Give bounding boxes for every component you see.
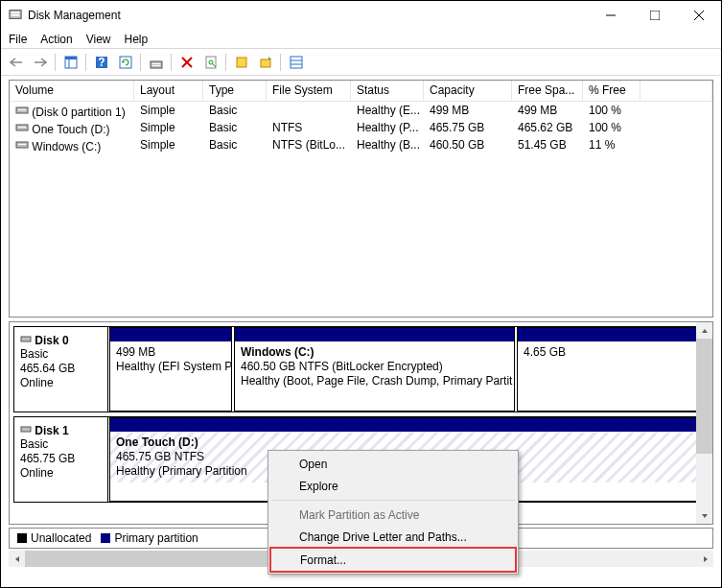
scroll-left-button[interactable] [9, 551, 25, 567]
svg-rect-23 [291, 57, 302, 68]
disk-icon [20, 424, 32, 437]
vertical-scrollbar[interactable] [696, 322, 712, 524]
partition-title: One Touch (D:) [116, 435, 198, 449]
svg-rect-14 [152, 63, 160, 64]
svg-rect-8 [65, 57, 77, 59]
svg-rect-4 [650, 11, 660, 20]
partition-header [110, 328, 231, 341]
scroll-right-button[interactable] [697, 551, 713, 567]
disk-icon [20, 334, 32, 347]
window-title: Disk Management [28, 9, 121, 22]
scroll-track[interactable] [696, 339, 712, 507]
volume-name: (Disk 0 partition 1) [32, 106, 125, 119]
toolbar-separator [140, 54, 141, 71]
toolbar-separator [171, 54, 172, 71]
volume-list-header: Volume Layout Type File System Status Ca… [10, 81, 712, 102]
list-view-button[interactable] [285, 52, 307, 73]
toolbar-separator [85, 54, 86, 71]
menu-item-open[interactable]: Open [270, 453, 516, 475]
menu-separator [271, 500, 515, 501]
svg-rect-29 [18, 127, 26, 128]
disk-name: Disk 0 [35, 334, 68, 347]
col-free[interactable]: Free Spa... [512, 81, 583, 101]
toolbar-separator [280, 54, 281, 71]
back-button[interactable] [5, 52, 27, 73]
help-button[interactable]: ? [90, 52, 112, 73]
partition-header [518, 328, 706, 341]
maximize-button[interactable] [633, 1, 677, 30]
menu-item-change-letter[interactable]: Change Drive Letter and Paths... [270, 526, 516, 548]
svg-rect-13 [151, 61, 162, 68]
svg-rect-22 [261, 59, 270, 67]
volume-row[interactable]: (Disk 0 partition 1) Simple Basic Health… [10, 102, 712, 119]
app-icon [9, 8, 22, 24]
partition-header [235, 328, 514, 341]
properties-button[interactable] [199, 52, 221, 73]
svg-rect-32 [21, 337, 31, 341]
scroll-thumb[interactable] [696, 339, 712, 454]
svg-rect-15 [152, 65, 160, 66]
svg-rect-2 [12, 14, 20, 16]
drive-icon [15, 137, 29, 153]
volume-name: One Touch (D:) [32, 123, 109, 136]
settings-button[interactable] [145, 52, 167, 73]
svg-text:?: ? [98, 56, 105, 69]
menu-bar: File Action View Help [1, 30, 721, 49]
svg-rect-21 [237, 58, 246, 67]
svg-rect-1 [12, 12, 20, 13]
partition[interactable]: 4.65 GB [517, 327, 707, 412]
col-pctfree[interactable]: % Free [583, 81, 640, 101]
menu-file[interactable]: File [9, 33, 27, 46]
col-status[interactable]: Status [351, 81, 424, 101]
menu-action[interactable]: Action [40, 33, 72, 46]
menu-item-explore[interactable]: Explore [270, 475, 516, 497]
legend-unallocated: Unallocated [31, 531, 91, 545]
col-volume[interactable]: Volume [10, 81, 134, 101]
col-filesystem[interactable]: File System [267, 81, 351, 101]
menu-view[interactable]: View [86, 33, 111, 46]
disk-label[interactable]: Disk 1 Basic 465.75 GB Online [14, 417, 108, 502]
scroll-up-button[interactable] [696, 322, 712, 339]
action-button-1[interactable] [230, 52, 252, 73]
unallocated-swatch [17, 533, 27, 543]
svg-rect-31 [18, 144, 26, 145]
col-layout[interactable]: Layout [134, 81, 203, 101]
menu-item-mark-active: Mark Partition as Active [270, 504, 516, 526]
svg-rect-33 [21, 427, 31, 432]
volume-row[interactable]: Windows (C:) Simple Basic NTFS (BitLo...… [10, 136, 712, 153]
drive-icon [15, 120, 29, 136]
delete-button[interactable] [175, 52, 198, 73]
toolbar: ? [1, 49, 721, 76]
volume-list[interactable]: Volume Layout Type File System Status Ca… [9, 80, 713, 318]
drive-icon [15, 103, 29, 119]
col-capacity[interactable]: Capacity [424, 81, 512, 101]
partition-header [110, 418, 706, 432]
partition[interactable]: 499 MB Healthy (EFI System Par [109, 327, 232, 412]
action-button-2[interactable] [254, 52, 276, 73]
menu-item-format[interactable]: Format... [271, 549, 515, 571]
context-menu: Open Explore Mark Partition as Active Ch… [268, 450, 519, 575]
volume-name: Windows (C:) [32, 140, 101, 153]
disk-row[interactable]: Disk 0 Basic 465.64 GB Online 499 MB Hea… [13, 326, 709, 412]
col-type[interactable]: Type [203, 81, 267, 101]
svg-rect-12 [120, 57, 131, 68]
refresh-button[interactable] [114, 52, 136, 73]
scroll-down-button[interactable] [696, 507, 712, 524]
partition[interactable]: Windows (C:) 460.50 GB NTFS (BitLocker E… [234, 327, 515, 412]
show-hide-tree-button[interactable] [59, 52, 82, 73]
col-extra[interactable] [640, 81, 712, 101]
toolbar-separator [55, 54, 56, 71]
primary-swatch [101, 533, 110, 543]
legend-primary: Primary partition [114, 531, 198, 545]
toolbar-separator [225, 54, 226, 71]
close-button[interactable] [677, 1, 721, 30]
disk-name: Disk 1 [35, 424, 68, 437]
svg-rect-27 [18, 109, 26, 110]
partition-title: Windows (C:) [241, 345, 314, 359]
minimize-button[interactable] [589, 1, 633, 30]
title-bar: Disk Management [1, 1, 721, 30]
disk-label[interactable]: Disk 0 Basic 465.64 GB Online [14, 327, 108, 412]
menu-help[interactable]: Help [125, 33, 149, 46]
volume-row[interactable]: One Touch (D:) Simple Basic NTFS Healthy… [10, 119, 712, 136]
forward-button[interactable] [29, 52, 51, 73]
